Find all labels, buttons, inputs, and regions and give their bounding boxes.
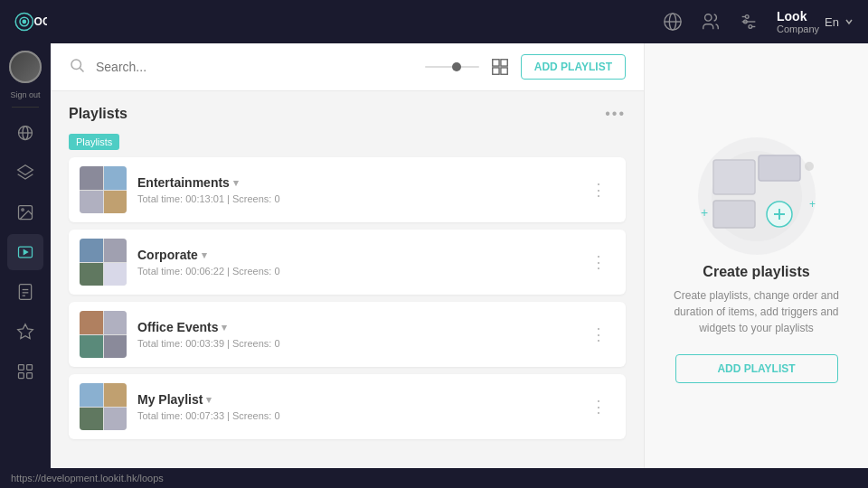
sidebar-item-image[interactable]	[7, 194, 43, 230]
playlist-name-office-events: Office Events ▾	[137, 320, 572, 334]
playlist-meta-entertainments: Total time: 00:13:01 | Screens: 0	[137, 193, 572, 204]
playlist-card-my-playlist[interactable]: My Playlist ▾ Total time: 00:07:33 | Scr…	[69, 374, 626, 439]
playlist-meta-my-playlist: Total time: 00:07:33 | Screens: 0	[137, 410, 572, 421]
playlist-info-entertainments: Entertainments ▾ Total time: 00:13:01 | …	[127, 175, 583, 204]
playlist-name-entertainments: Entertainments ▾	[137, 175, 572, 190]
slider-track	[425, 66, 479, 68]
svg-rect-29	[19, 373, 24, 379]
thumb-cell	[104, 383, 127, 407]
content-area: ADD PLAYLIST Playlists ••• Playlists	[51, 43, 644, 468]
thumb-cell	[80, 408, 103, 431]
playlists-icon	[16, 243, 34, 261]
sidebar-item-star[interactable]	[7, 314, 43, 350]
playlists-more-button[interactable]: •••	[605, 106, 626, 122]
right-panel: + + Create playlists Create playlists, c…	[644, 43, 868, 468]
search-icon-wrap	[69, 57, 85, 77]
playlists-section: Playlists ••• Playlists Entertainments ▾	[51, 91, 644, 468]
playlist-more-menu-office-events[interactable]: ⋮	[583, 323, 615, 346]
svg-rect-30	[27, 373, 33, 379]
playlist-info-my-playlist: My Playlist ▾ Total time: 00:07:33 | Scr…	[127, 392, 583, 421]
thumb-cell	[104, 263, 127, 286]
statusbar: https://development.lookit.hk/loops	[0, 468, 868, 488]
thumb-cell	[104, 335, 127, 359]
svg-rect-40	[759, 155, 800, 181]
topbar: OOK Look Company En	[0, 0, 868, 43]
search-input[interactable]	[96, 60, 414, 74]
user-info: Look Company En	[777, 9, 854, 34]
logo: OOK	[14, 5, 47, 38]
sidebar-item-playlists[interactable]	[7, 234, 43, 270]
svg-point-11	[745, 15, 749, 19]
svg-point-2	[22, 20, 26, 24]
playlists-title: Playlists	[69, 106, 127, 122]
search-icon	[69, 57, 85, 73]
grid-view-icon[interactable]	[490, 57, 510, 77]
language-selector[interactable]: En	[825, 15, 839, 29]
playlist-info-corporate: Corporate ▾ Total time: 00:06:22 | Scree…	[127, 248, 583, 277]
main-layout: Sign out	[0, 43, 868, 468]
thumb-cell	[80, 191, 103, 214]
playlist-card-corporate[interactable]: Corporate ▾ Total time: 00:06:22 | Scree…	[69, 230, 626, 295]
svg-point-19	[22, 209, 24, 211]
svg-marker-17	[18, 165, 33, 175]
playlist-chevron-icon: ▾	[202, 249, 207, 261]
thumb-cell	[80, 335, 103, 359]
create-playlists-description: Create playlists, change order and durat…	[666, 287, 846, 336]
sidebar: Sign out	[0, 43, 51, 468]
playlist-more-menu-entertainments[interactable]: ⋮	[583, 178, 615, 202]
sidebar-item-layers[interactable]	[7, 155, 43, 191]
playlist-meta-office-events: Total time: 00:03:39 | Screens: 0	[137, 338, 572, 349]
thumb-cell	[104, 239, 127, 262]
statusbar-url: https://development.lookit.hk/loops	[11, 473, 164, 483]
thumb-cell	[80, 383, 103, 407]
svg-rect-39	[713, 160, 755, 194]
svg-rect-41	[713, 201, 755, 228]
svg-point-47	[805, 162, 814, 171]
playlist-thumbnail-my-playlist	[80, 383, 127, 430]
thumb-cell	[104, 311, 127, 334]
illustration-svg: + +	[675, 128, 838, 264]
playlists-tooltip: Playlists	[69, 134, 119, 150]
slider-control[interactable]	[425, 66, 479, 68]
slider-thumb	[452, 62, 461, 71]
svg-marker-26	[18, 324, 33, 339]
svg-point-13	[749, 25, 752, 29]
apps-icon	[16, 362, 34, 380]
sidebar-item-document[interactable]	[7, 274, 43, 310]
add-playlist-right-button[interactable]: ADD PLAYLIST	[675, 354, 838, 383]
avatar-image	[9, 51, 42, 83]
user-company: Company	[777, 23, 819, 34]
playlist-card-entertainments[interactable]: Entertainments ▾ Total time: 00:13:01 | …	[69, 157, 626, 222]
sidebar-item-globe[interactable]	[7, 115, 43, 151]
svg-rect-34	[501, 60, 507, 66]
star-icon	[16, 323, 34, 341]
document-icon	[16, 283, 34, 301]
thumb-cell	[80, 263, 103, 286]
playlist-meta-corporate: Total time: 00:06:22 | Screens: 0	[137, 266, 572, 277]
search-bar: ADD PLAYLIST	[51, 43, 644, 91]
settings-icon[interactable]	[739, 12, 759, 32]
svg-text:+: +	[701, 205, 708, 220]
playlist-thumbnail-office-events	[80, 311, 127, 358]
playlist-more-menu-my-playlist[interactable]: ⋮	[583, 395, 615, 418]
globe-icon[interactable]	[663, 12, 683, 32]
playlist-name-corporate: Corporate ▾	[137, 248, 572, 262]
thumb-cell	[104, 408, 127, 431]
svg-line-32	[80, 68, 83, 71]
thumb-cell	[104, 191, 127, 214]
users-icon[interactable]	[701, 12, 721, 32]
svg-rect-33	[493, 60, 499, 66]
add-playlist-button[interactable]: ADD PLAYLIST	[521, 54, 626, 80]
playlists-header: Playlists •••	[69, 106, 626, 122]
sidebar-item-apps[interactable]	[7, 353, 43, 389]
playlist-card-office-events[interactable]: Office Events ▾ Total time: 00:03:39 | S…	[69, 302, 626, 367]
playlist-name-my-playlist: My Playlist ▾	[137, 392, 572, 407]
thumb-cell	[80, 166, 103, 190]
svg-point-31	[71, 60, 81, 70]
avatar[interactable]	[9, 51, 42, 83]
svg-rect-36	[501, 68, 507, 74]
chevron-down-icon	[844, 17, 854, 26]
playlist-more-menu-corporate[interactable]: ⋮	[583, 250, 615, 274]
search-controls: ADD PLAYLIST	[425, 54, 626, 80]
thumb-cell	[104, 166, 127, 190]
